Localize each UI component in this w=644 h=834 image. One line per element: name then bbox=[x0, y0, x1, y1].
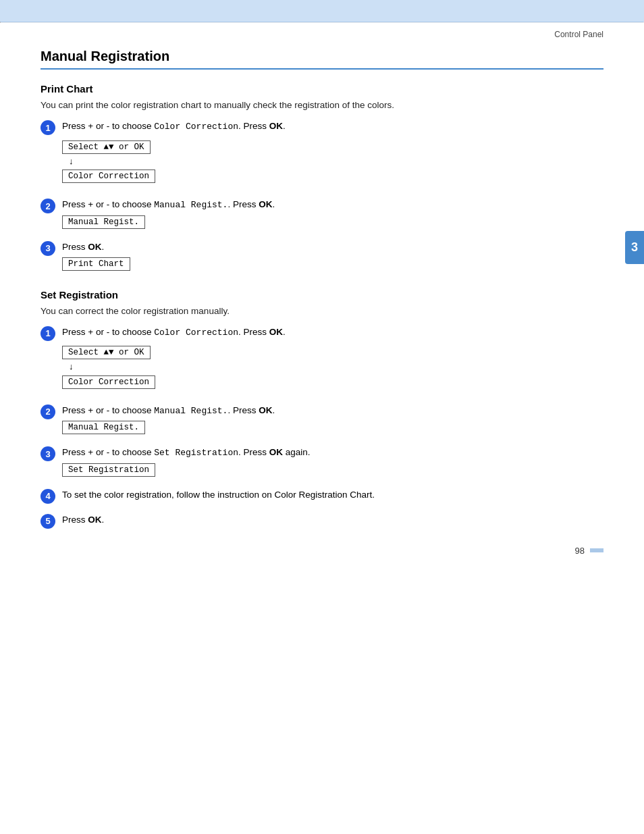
setreg-step-1: 1 Press + or - to choose Color Correctio… bbox=[41, 325, 603, 394]
step-1-text: Press + or - to choose Color Correction.… bbox=[62, 120, 603, 134]
lcd-color-correction-2: Color Correction bbox=[62, 375, 155, 389]
setreg-step-2-mono: Manual Regist. bbox=[154, 406, 227, 416]
setreg-step-3-mono: Set Registration bbox=[154, 448, 238, 458]
setreg-step-3-text: Press + or - to choose Set Registration.… bbox=[62, 446, 603, 460]
step-2-mono: Manual Regist. bbox=[154, 200, 227, 210]
lcd-manual-regist-2: Manual Regist. bbox=[62, 421, 145, 434]
setreg-step-4-content: To set the color registration, follow th… bbox=[62, 488, 603, 502]
setreg-step-4: 4 To set the color registration, follow … bbox=[41, 488, 603, 504]
setreg-step-2: 2 Press + or - to choose Manual Regist..… bbox=[41, 404, 603, 437]
setreg-step-1-text: Press + or - to choose Color Correction.… bbox=[62, 325, 603, 340]
breadcrumb-text: Control Panel bbox=[554, 30, 603, 39]
step-circle-1: 1 bbox=[41, 120, 55, 135]
arrow-down-1: ↓ bbox=[62, 156, 603, 167]
set-registration-title: Set Registration bbox=[41, 289, 603, 301]
setreg-circle-4: 4 bbox=[41, 489, 55, 504]
setreg-step-3-bold: OK bbox=[269, 447, 283, 457]
step-3-bold: OK bbox=[88, 242, 101, 252]
top-bar bbox=[0, 0, 644, 22]
step-1-content: Press + or - to choose Color Correction.… bbox=[62, 120, 603, 188]
step-circle-2: 2 bbox=[41, 199, 55, 213]
print-chart-title-text: Print Chart bbox=[41, 83, 93, 95]
chapter-tab: 3 bbox=[625, 231, 644, 264]
page-num-box bbox=[590, 548, 603, 552]
step-3-text: Press OK. bbox=[62, 240, 603, 254]
print-chart-section: Print Chart You can print the color regi… bbox=[41, 83, 603, 273]
step-1-bold: OK bbox=[269, 121, 283, 131]
set-registration-description: You can correct the color registration m… bbox=[41, 306, 603, 316]
setreg-step-5-text: Press OK. bbox=[62, 513, 603, 527]
step-1-lcd-sequence: Select ▲▼ or OK ↓ Color Correction bbox=[62, 137, 603, 186]
chapter-number: 3 bbox=[631, 240, 638, 254]
setreg-step-2-content: Press + or - to choose Manual Regist.. P… bbox=[62, 404, 603, 437]
set-registration-desc-text: You can correct the color registration m… bbox=[41, 306, 230, 316]
setreg-step-2-bold: OK bbox=[259, 405, 272, 415]
setreg-step-1-content: Press + or - to choose Color Correction.… bbox=[62, 325, 603, 394]
print-chart-desc-text: You can print the color registration cha… bbox=[41, 100, 394, 110]
step-2-bold: OK bbox=[259, 199, 272, 209]
step-circle-3: 3 bbox=[41, 241, 55, 256]
print-chart-step-1: 1 Press + or - to choose Color Correctio… bbox=[41, 120, 603, 188]
print-chart-title: Print Chart bbox=[41, 83, 603, 95]
lcd-color-correction-1: Color Correction bbox=[62, 170, 155, 183]
step-1-mono: Color Correction bbox=[154, 122, 238, 132]
page-title: Manual Registration bbox=[41, 49, 603, 70]
setreg-step-3: 3 Press + or - to choose Set Registratio… bbox=[41, 446, 603, 479]
setreg-step-5: 5 Press OK. bbox=[41, 513, 603, 529]
breadcrumb: Control Panel bbox=[0, 23, 644, 42]
lcd-select-ok-2: Select ▲▼ or OK bbox=[62, 346, 151, 359]
lcd-manual-regist-1: Manual Regist. bbox=[62, 215, 145, 229]
setreg-circle-2: 2 bbox=[41, 405, 55, 419]
setreg-step-1-mono: Color Correction bbox=[154, 328, 238, 338]
setreg-step-5-bold: OK bbox=[88, 515, 101, 525]
print-chart-step-3: 3 Press OK. Print Chart bbox=[41, 240, 603, 273]
setreg-step-1-bold: OK bbox=[269, 327, 283, 337]
setreg-circle-5: 5 bbox=[41, 514, 55, 529]
lcd-print-chart: Print Chart bbox=[62, 257, 130, 271]
set-registration-section: Set Registration You can correct the col… bbox=[41, 289, 603, 529]
setreg-step-1-lcd-sequence: Select ▲▼ or OK ↓ Color Correction bbox=[62, 342, 603, 391]
setreg-circle-3: 3 bbox=[41, 446, 55, 461]
lcd-select-ok-1: Select ▲▼ or OK bbox=[62, 140, 151, 154]
setreg-step-3-content: Press + or - to choose Set Registration.… bbox=[62, 446, 603, 479]
setreg-step-5-content: Press OK. bbox=[62, 513, 603, 527]
setreg-circle-1: 1 bbox=[41, 326, 55, 341]
lcd-set-registration: Set Registration bbox=[62, 463, 155, 477]
content-area: 3 Manual Registration Print Chart You ca… bbox=[0, 42, 644, 572]
step-2-text: Press + or - to choose Manual Regist.. P… bbox=[62, 198, 603, 212]
set-registration-title-text: Set Registration bbox=[41, 289, 118, 301]
arrow-down-2: ↓ bbox=[62, 361, 603, 372]
setreg-step-4-text: To set the color registration, follow th… bbox=[62, 488, 603, 502]
step-3-content: Press OK. Print Chart bbox=[62, 240, 603, 273]
step-2-content: Press + or - to choose Manual Regist.. P… bbox=[62, 198, 603, 231]
page-number-area: 98 bbox=[575, 546, 603, 556]
setreg-step-2-text: Press + or - to choose Manual Regist.. P… bbox=[62, 404, 603, 418]
print-chart-description: You can print the color registration cha… bbox=[41, 100, 603, 110]
page-number-text: 98 bbox=[575, 546, 585, 556]
page-title-text: Manual Registration bbox=[41, 49, 169, 63]
print-chart-step-2: 2 Press + or - to choose Manual Regist..… bbox=[41, 198, 603, 231]
